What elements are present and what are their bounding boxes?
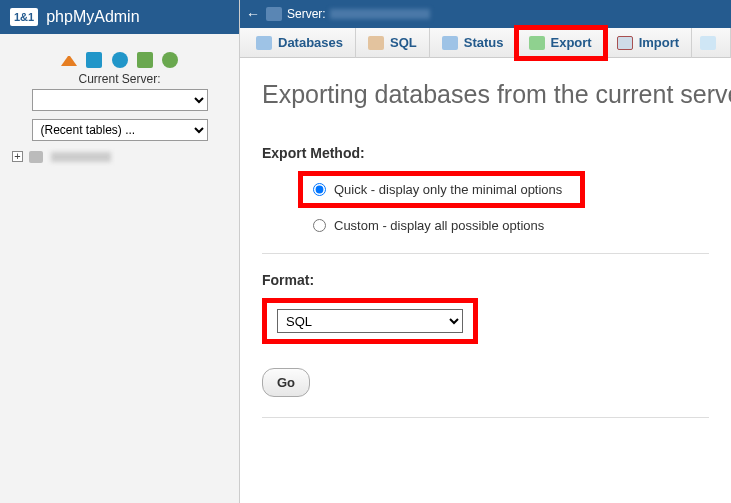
divider-bottom <box>262 417 709 418</box>
main: ← Server: Databases SQL Status Export <box>240 0 731 503</box>
databases-icon <box>256 36 272 50</box>
go-button[interactable]: Go <box>262 368 310 397</box>
home-icon[interactable] <box>61 50 77 66</box>
breadcrumb-bar: ← Server: <box>240 0 731 28</box>
server-icon[interactable] <box>86 52 102 68</box>
export-method-quick-row[interactable]: Quick - display only the minimal options <box>313 182 562 197</box>
tab-databases[interactable]: Databases <box>244 28 356 58</box>
database-name-blurred[interactable] <box>51 152 111 162</box>
server-breadcrumb-icon <box>266 7 282 21</box>
tree-expand-icon[interactable]: + <box>12 151 23 162</box>
import-icon <box>617 36 633 50</box>
server-breadcrumb-label: Server: <box>287 7 326 21</box>
recent-tables-select[interactable]: (Recent tables) ... <box>32 119 208 141</box>
go-button-label: Go <box>277 375 295 390</box>
more-icon <box>700 36 716 50</box>
back-arrow-icon[interactable]: ← <box>246 6 260 22</box>
divider <box>262 253 709 254</box>
tab-label: SQL <box>390 35 417 50</box>
tab-more[interactable] <box>692 28 731 58</box>
radio-custom[interactable] <box>313 219 326 232</box>
help-icon[interactable] <box>112 52 128 68</box>
current-server-select[interactable] <box>32 89 208 111</box>
app-name: phpMyAdmin <box>46 8 139 26</box>
tab-label: Export <box>551 35 592 50</box>
db-tree: + <box>0 149 239 163</box>
content: Exporting databases from the current ser… <box>240 58 731 503</box>
logo-bar: 1&1 phpMyAdmin <box>0 0 239 34</box>
format-select[interactable]: SQL <box>277 309 463 333</box>
refresh-icon[interactable] <box>162 52 178 68</box>
radio-quick-label: Quick - display only the minimal options <box>334 182 562 197</box>
brand-badge: 1&1 <box>10 8 38 26</box>
tab-import[interactable]: Import <box>605 28 692 58</box>
tab-label: Databases <box>278 35 343 50</box>
sidebar-quick-icons <box>0 52 239 68</box>
tab-export[interactable]: Export <box>517 28 605 58</box>
tab-status[interactable]: Status <box>430 28 517 58</box>
tab-label: Status <box>464 35 504 50</box>
server-name-blurred <box>330 9 430 19</box>
tab-sql[interactable]: SQL <box>356 28 430 58</box>
radio-quick[interactable] <box>313 183 326 196</box>
format-label: Format: <box>262 272 709 288</box>
export-icon <box>529 36 545 50</box>
export-method-label: Export Method: <box>262 145 709 161</box>
top-tabs: Databases SQL Status Export Import <box>240 28 731 58</box>
database-icon <box>29 151 43 163</box>
page-title: Exporting databases from the current ser… <box>262 80 709 109</box>
sidebar: 1&1 phpMyAdmin Current Server: (Recent t… <box>0 0 240 503</box>
radio-custom-label: Custom - display all possible options <box>334 218 544 233</box>
sql-icon <box>368 36 384 50</box>
query-icon[interactable] <box>137 52 153 68</box>
current-server-label: Current Server: <box>0 72 239 86</box>
export-method-custom-row[interactable]: Custom - display all possible options <box>313 218 709 233</box>
export-method-quick-highlight: Quick - display only the minimal options <box>298 171 585 208</box>
tab-label: Import <box>639 35 679 50</box>
status-icon <box>442 36 458 50</box>
format-highlight: SQL <box>262 298 478 344</box>
